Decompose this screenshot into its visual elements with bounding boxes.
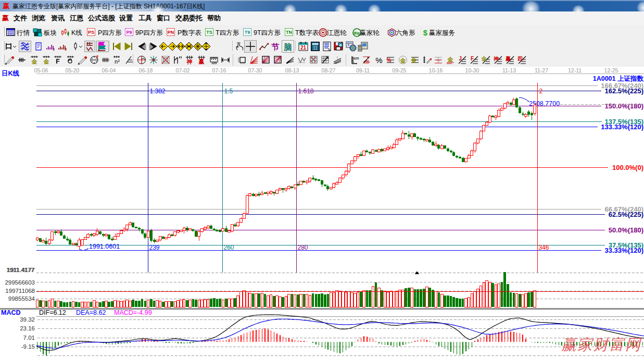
- svg-text:07-16: 07-16: [212, 67, 226, 73]
- svg-text:9: 9: [65, 47, 67, 51]
- svg-text:节: 节: [271, 42, 280, 51]
- svg-text:F: F: [56, 58, 59, 65]
- svg-text:%: %: [375, 56, 382, 65]
- svg-text:10-30: 10-30: [465, 67, 479, 73]
- svg-text:神: 神: [494, 56, 499, 61]
- svg-text:123: 123: [353, 57, 359, 60]
- svg-text:MACD: MACD: [1, 309, 21, 316]
- svg-text:金: 金: [482, 56, 487, 61]
- svg-text:99855534: 99855534: [8, 296, 35, 302]
- svg-text:50.0%(180): 50.0%(180): [609, 226, 643, 234]
- svg-text:赢家财富网: 赢家财富网: [561, 336, 642, 353]
- svg-text:四: 四: [517, 56, 523, 61]
- svg-text:05-06: 05-06: [34, 67, 48, 73]
- svg-text:赢: 赢: [3, 2, 10, 10]
- svg-text:39.32: 39.32: [20, 316, 35, 323]
- svg-text:赢: 赢: [198, 58, 205, 65]
- svg-text:T9: T9: [245, 30, 250, 35]
- svg-text:260: 260: [224, 244, 234, 251]
- svg-text:12-25: 12-25: [604, 67, 618, 73]
- svg-text:239: 239: [149, 244, 160, 251]
- svg-text:162.5%(225): 162.5%(225): [605, 87, 643, 95]
- svg-text:MACD=-4.99: MACD=-4.99: [114, 309, 152, 316]
- svg-text:07-30: 07-30: [248, 67, 262, 73]
- svg-text:100.0%(0): 100.0%(0): [612, 164, 643, 171]
- svg-text:12-11: 12-11: [568, 67, 582, 73]
- svg-text:金: 金: [411, 57, 418, 63]
- svg-text:346: 346: [539, 244, 549, 251]
- svg-text:金: 金: [400, 57, 407, 64]
- svg-text:21: 21: [300, 45, 307, 51]
- svg-text:日K线: 日K线: [2, 70, 20, 77]
- svg-text:%: %: [365, 59, 370, 64]
- svg-text:1991.0601: 1991.0601: [89, 243, 120, 250]
- svg-text:n²: n²: [115, 58, 120, 65]
- svg-text:62.5%(225): 62.5%(225): [609, 211, 643, 218]
- svg-text:08-27: 08-27: [322, 67, 336, 73]
- svg-text:金: 金: [31, 58, 38, 65]
- svg-text:7.01: 7.01: [23, 335, 35, 341]
- svg-text:07-02: 07-02: [176, 67, 190, 73]
- svg-text:赢: 赢: [506, 56, 511, 61]
- svg-text:299566603: 299566603: [5, 279, 35, 286]
- svg-text:1.382: 1.382: [150, 88, 166, 95]
- svg-text:PS: PS: [88, 30, 94, 35]
- svg-text:P9: P9: [126, 30, 132, 35]
- svg-text:TS: TS: [206, 30, 212, 35]
- svg-text:2: 2: [539, 88, 543, 95]
- svg-text:1A0001 上证指数: 1A0001 上证指数: [593, 75, 644, 82]
- svg-text:123: 123: [211, 61, 217, 65]
- svg-text:05-20: 05-20: [66, 67, 80, 73]
- svg-text:280: 280: [298, 244, 308, 251]
- svg-text:$: $: [423, 28, 428, 37]
- svg-text:-9.15: -9.15: [21, 343, 35, 350]
- svg-text:DEA=8.62: DEA=8.62: [76, 309, 106, 316]
- svg-text:PN: PN: [168, 30, 174, 35]
- svg-text:金: 金: [43, 58, 50, 65]
- svg-text:J: J: [459, 56, 462, 61]
- svg-text:133.33%(120): 133.33%(120): [601, 123, 643, 131]
- svg-text:11-13: 11-13: [502, 67, 516, 73]
- svg-text:09-25: 09-25: [393, 67, 407, 73]
- svg-text:金: 金: [447, 56, 454, 63]
- svg-text:06-04: 06-04: [102, 67, 116, 73]
- svg-text:TN: TN: [286, 30, 292, 35]
- svg-text:199711068: 199711068: [5, 288, 35, 294]
- svg-text:1.618: 1.618: [298, 88, 314, 95]
- svg-text:3: 3: [53, 47, 55, 51]
- svg-text:06-18: 06-18: [139, 67, 153, 73]
- svg-text:Big: Big: [354, 31, 360, 35]
- svg-text:08-13: 08-13: [285, 67, 299, 73]
- svg-text:F: F: [471, 56, 474, 61]
- svg-text:10-16: 10-16: [429, 67, 443, 73]
- svg-text:神: 神: [186, 58, 193, 65]
- svg-text:33.33%(120): 33.33%(120): [605, 247, 643, 254]
- svg-text:DIF=6.12: DIF=6.12: [39, 309, 66, 316]
- svg-text:23.16: 23.16: [20, 325, 35, 331]
- svg-text:%: %: [387, 57, 392, 63]
- svg-text:09-11: 09-11: [356, 67, 370, 73]
- svg-text:1.5: 1.5: [224, 88, 233, 95]
- svg-text:1911.4177: 1911.4177: [7, 267, 35, 273]
- svg-text:11-27: 11-27: [535, 67, 548, 73]
- svg-text:150.0%(180): 150.0%(180): [605, 102, 643, 110]
- svg-text:脑: 脑: [283, 43, 292, 52]
